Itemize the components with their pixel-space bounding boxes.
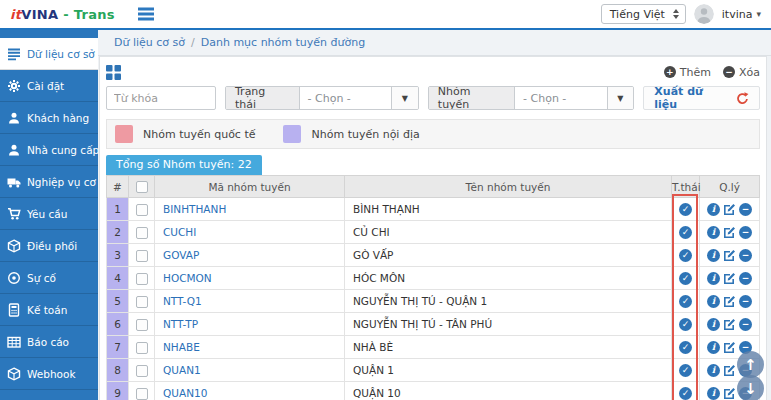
group-select[interactable]: - Chọn - [515,87,606,109]
plus-circle-icon: + [664,66,676,78]
sidebar-item-du-lieu-co-so[interactable]: Dữ liệu cơ sở [0,38,98,70]
info-icon[interactable]: i [707,249,720,262]
scroll-down-button[interactable]: ↓ [737,375,764,400]
edit-icon[interactable] [723,341,736,354]
row-checkbox[interactable] [136,296,148,308]
table-row: 9 QUAN10 QUẬN 10 ✓ i− [107,382,760,400]
legend-domestic-swatch [283,125,301,143]
remove-icon[interactable]: − [739,318,752,331]
group-dropdown-button[interactable]: ▼ [607,87,634,109]
row-checkbox[interactable] [136,227,148,239]
edit-icon[interactable] [723,203,736,216]
edit-icon[interactable] [723,364,736,377]
edit-icon[interactable] [723,387,736,400]
edit-icon[interactable] [723,226,736,239]
status-check-icon[interactable]: ✓ [679,249,692,262]
add-button[interactable]: + Thêm [664,66,711,79]
info-icon[interactable]: i [707,387,720,400]
status-check-icon[interactable]: ✓ [679,295,692,308]
remove-icon[interactable]: − [739,295,752,308]
sidebar-item-nha-cung-cap[interactable]: Nhà cung cấp [0,134,98,166]
row-checkbox[interactable] [136,365,148,377]
add-button-label: Thêm [680,66,711,79]
edit-icon[interactable] [723,295,736,308]
status-check-icon[interactable]: ✓ [679,364,692,377]
route-group-name: CỦ CHI [345,221,672,244]
sidebar-item-bao-cao[interactable]: Báo cáo [0,326,98,358]
select-all-checkbox[interactable] [136,181,148,193]
status-check-icon[interactable]: ✓ [679,203,692,216]
sidebar: Dữ liệu cơ sở Cài đặt Khách hàng Nhà cun… [0,30,98,400]
sidebar-item-label: Webhook [27,368,75,380]
route-group-code-link[interactable]: BINHTHANH [163,203,226,215]
sidebar-item-khach-hang[interactable]: Khách hàng [0,102,98,134]
sidebar-item-label: Sự cố [27,272,56,284]
sidebar-item-su-co[interactable]: Sự cố [0,262,98,294]
sidebar-item-dieu-phoi[interactable]: Điều phối [0,230,98,262]
route-group-code-link[interactable]: CUCHI [163,226,196,238]
row-checkbox[interactable] [136,342,148,354]
refresh-icon[interactable] [736,92,749,105]
breadcrumb-current: Danh mục nhóm tuyến đường [201,36,365,49]
status-check-icon[interactable]: ✓ [679,341,692,354]
info-icon[interactable]: i [707,203,720,216]
info-icon[interactable]: i [707,318,720,331]
row-checkbox[interactable] [136,319,148,331]
language-selector[interactable]: Tiếng Việt [601,4,686,24]
row-checkbox[interactable] [136,204,148,216]
route-group-name: NGUYỄN THỊ TÚ - QUẬN 1 [345,290,672,313]
remove-icon[interactable]: − [739,203,752,216]
export-data-button[interactable]: Xuất dữ liệu [643,86,760,110]
sidebar-item-label: Cài đặt [27,80,64,92]
info-icon[interactable]: i [707,364,720,377]
row-checkbox[interactable] [136,250,148,262]
route-group-code-link[interactable]: NTT-Q1 [163,295,202,307]
info-icon[interactable]: i [707,341,720,354]
delete-button[interactable]: − Xóa [723,66,760,79]
sidebar-item-label: Yêu cầu [27,208,67,220]
user-menu[interactable]: itvina ▾ [722,8,761,21]
info-icon[interactable]: i [707,295,720,308]
sidebar-item-nghiep-vu-co-so[interactable]: Nghiệp vụ cơ sở [0,166,98,198]
route-group-code-link[interactable]: NTT-TP [163,318,198,330]
route-group-code-link[interactable]: QUAN1 [163,364,201,376]
route-group-code-link[interactable]: GOVAP [163,249,199,261]
info-icon[interactable]: i [707,272,720,285]
info-icon[interactable]: i [707,226,720,239]
keyword-input[interactable] [106,86,216,110]
sidebar-item-webhook[interactable]: Webhook [0,358,98,390]
grid-view-icon[interactable] [106,65,121,80]
remove-icon[interactable]: − [739,226,752,239]
row-checkbox[interactable] [136,388,148,400]
sidebar-item-label: Báo cáo [27,336,69,348]
username: itvina [722,8,753,21]
edit-icon[interactable] [723,318,736,331]
sidebar-item-yeu-cau[interactable]: Yêu cầu [0,198,98,230]
route-group-code-link[interactable]: QUAN10 [163,387,207,399]
edit-icon[interactable] [723,272,736,285]
breadcrumb-parent[interactable]: Dữ liệu cơ sở [114,36,185,49]
row-index: 6 [107,313,129,336]
remove-icon[interactable]: − [739,272,752,285]
route-group-code-link[interactable]: NHABE [163,341,200,353]
table-row: 3 GOVAP GÒ VẤP ✓ i− [107,244,760,267]
scroll-up-button[interactable]: ↑ [737,351,764,378]
sidebar-item-cai-dat[interactable]: Cài đặt [0,70,98,102]
status-select[interactable]: - Chọn - [300,87,391,109]
status-dropdown-button[interactable]: ▼ [391,87,418,109]
summary-tab[interactable]: Tổng số Nhóm tuyến: 22 [106,155,262,175]
status-check-icon[interactable]: ✓ [679,318,692,331]
logo-part-green: - Trans [58,7,114,22]
sidebar-item-label: Khách hàng [27,112,89,124]
status-check-icon[interactable]: ✓ [679,272,692,285]
remove-icon[interactable]: − [739,249,752,262]
edit-icon[interactable] [723,249,736,262]
route-group-code-link[interactable]: HOCMON [163,272,212,284]
row-checkbox[interactable] [136,273,148,285]
app-logo: itVINA - Trans [10,7,115,22]
status-check-icon[interactable]: ✓ [679,226,692,239]
sidebar-item-ke-toan[interactable]: Kế toán [0,294,98,326]
delete-button-label: Xóa [739,66,760,79]
hamburger-menu-icon[interactable] [137,7,155,21]
status-check-icon[interactable]: ✓ [679,387,692,400]
